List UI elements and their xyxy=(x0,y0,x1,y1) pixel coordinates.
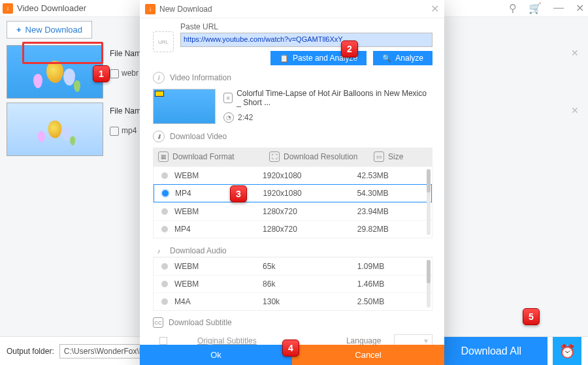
video-format-row[interactable]: MP41280x72029.82MB xyxy=(154,220,432,238)
audio-icon: ♪ xyxy=(153,245,165,257)
format-icon xyxy=(110,69,119,78)
output-folder-label: Output folder: xyxy=(7,347,54,356)
app-logo-icon: ↓ xyxy=(145,4,155,14)
callout-1: 1 xyxy=(93,65,110,82)
close-icon[interactable]: ✕ xyxy=(576,2,584,14)
download-video-label: Download Video xyxy=(170,132,227,141)
video-duration: 2:42 xyxy=(238,113,253,122)
remove-job-icon[interactable]: ✕ xyxy=(571,105,579,116)
cancel-button[interactable]: Cancel xyxy=(292,345,444,365)
url-input[interactable] xyxy=(180,33,433,47)
language-label: Language xyxy=(346,336,381,345)
video-format-row[interactable]: WEBM1280x72023.94MB xyxy=(154,202,432,220)
new-download-modal: ↓ New Download ✕ URL Paste URL 📋Paste an… xyxy=(140,0,444,365)
resolution-header-icon: ⛶ xyxy=(269,151,280,162)
modal-close-icon[interactable]: ✕ xyxy=(431,3,439,15)
job-thumbnail xyxy=(7,45,103,99)
audio-format-row[interactable]: WEBM86k1.46MB xyxy=(154,275,432,293)
modal-title: New Download xyxy=(159,5,431,14)
clipboard-icon: 📋 xyxy=(280,54,289,63)
scrollbar[interactable] xyxy=(427,169,431,235)
new-download-button[interactable]: New Download xyxy=(7,21,92,39)
page-icon: ≡ xyxy=(223,93,233,103)
download-icon: ⬇ xyxy=(153,131,165,142)
search-icon: 🔍 xyxy=(382,54,391,63)
video-title: Colorful Time-Lapse of Hot Air Balloons … xyxy=(237,89,433,107)
cc-icon: CC xyxy=(153,317,163,328)
language-select[interactable] xyxy=(394,334,433,345)
video-format-row[interactable]: WEBM1920x108042.53MB xyxy=(154,167,432,184)
callout-3: 3 xyxy=(230,185,247,202)
remove-job-icon[interactable]: ✕ xyxy=(571,48,579,58)
url-label: Paste URL xyxy=(180,22,433,31)
info-icon: i xyxy=(153,72,165,84)
format-icon xyxy=(110,127,119,136)
schedule-icon[interactable]: ⏰ xyxy=(553,337,581,366)
audio-format-row[interactable]: WEBM65k1.09MB xyxy=(154,257,432,275)
audio-format-row[interactable]: M4A130k2.50MB xyxy=(154,293,432,310)
download-audio-label: Download Audio xyxy=(170,246,227,255)
subtitle-checkbox[interactable] xyxy=(159,337,167,345)
size-header-icon: ▭ xyxy=(374,151,384,162)
callout-4: 4 xyxy=(282,340,299,357)
video-thumbnail xyxy=(153,89,216,124)
ok-button[interactable]: Ok xyxy=(140,345,292,365)
modal-titlebar: ↓ New Download ✕ xyxy=(140,0,444,18)
url-input-field[interactable] xyxy=(184,35,429,43)
format-header-icon: ▦ xyxy=(158,151,169,162)
scrollbar[interactable] xyxy=(427,260,431,308)
video-format-row[interactable]: MP41920x108054.30MB xyxy=(154,184,432,202)
callout-5: 5 xyxy=(523,308,540,325)
minimize-icon[interactable]: — xyxy=(553,2,564,14)
clock-icon: ◔ xyxy=(223,112,234,123)
cart-icon[interactable]: 🛒 xyxy=(529,2,542,14)
app-logo-icon: ↓ xyxy=(3,3,13,14)
video-grid-header: ▦Download Format ⛶Download Resolution ▭S… xyxy=(153,148,433,166)
job-thumbnail xyxy=(7,103,103,156)
key-icon[interactable]: ⚲ xyxy=(509,2,517,14)
download-all-button[interactable]: Download All xyxy=(435,337,548,366)
video-grid: WEBM1920x108042.53MBMP41920x108054.30MBW… xyxy=(153,166,433,238)
video-info-label: Video Information xyxy=(170,73,231,82)
callout-2: 2 xyxy=(341,40,358,57)
download-subtitle-label: Download Subtitle xyxy=(169,318,232,327)
audio-grid: WEBM65k1.09MBWEBM86k1.46MBM4A130k2.50MB xyxy=(153,257,433,311)
analyze-button[interactable]: 🔍Analyze xyxy=(373,51,433,65)
url-icon: URL xyxy=(153,31,174,52)
original-subtitles-link[interactable]: Original Subtitles xyxy=(197,336,257,345)
